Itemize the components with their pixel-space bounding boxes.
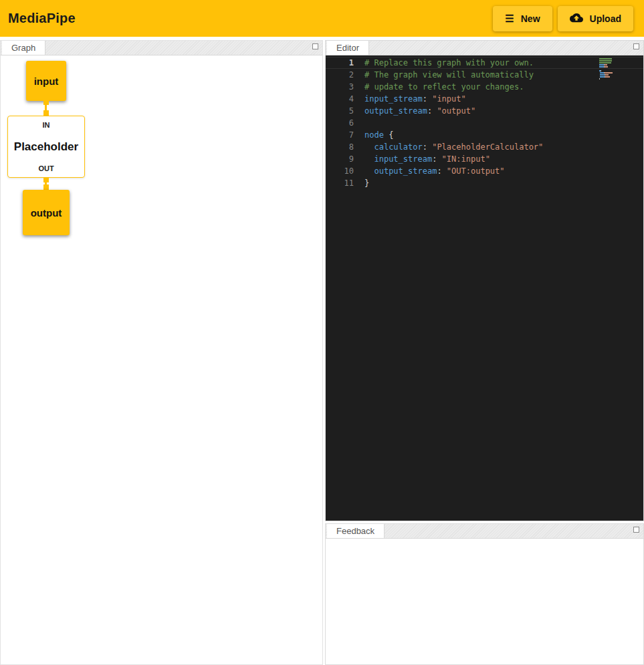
feedback-maximize-icon[interactable] — [633, 527, 639, 533]
new-button-label: New — [521, 13, 540, 24]
graph-node-output[interactable]: output — [23, 190, 70, 235]
node-label: output — [31, 207, 62, 219]
line-number: 1 — [326, 57, 354, 69]
upload-button[interactable]: Upload — [558, 6, 633, 31]
graph-maximize-icon[interactable] — [312, 43, 318, 49]
code-line[interactable]: 6 — [326, 117, 643, 129]
editor-maximize-icon[interactable] — [633, 43, 639, 49]
upload-button-label: Upload — [590, 13, 621, 24]
edge-input-placeholder — [43, 100, 49, 116]
code-line[interactable]: 3# update to reflect your changes. — [326, 81, 643, 93]
line-number: 2 — [326, 69, 354, 81]
edge-endpoint-icon — [43, 110, 49, 116]
tab-editor[interactable]: Editor — [327, 41, 369, 55]
tab-feedback[interactable]: Feedback — [327, 524, 385, 538]
editor-panel-header: Editor — [326, 41, 643, 55]
app-header: MediaPipe ☰ New Upload — [0, 0, 644, 37]
line-number: 11 — [326, 177, 354, 189]
line-number: 4 — [326, 93, 354, 105]
code-line[interactable]: 2# The graph view will automatically — [326, 69, 643, 81]
cloud-upload-icon — [570, 13, 583, 23]
line-number: 3 — [326, 81, 354, 93]
line-number: 6 — [326, 117, 354, 129]
header-actions: ☰ New Upload — [493, 6, 636, 31]
graph-panel: Graph input IN Placeholder OUT — [0, 40, 323, 665]
editor-minimap[interactable] — [599, 58, 634, 80]
line-number: 8 — [326, 141, 354, 153]
new-button[interactable]: ☰ New — [493, 6, 552, 31]
graph-node-input[interactable]: input — [26, 61, 66, 101]
code-line[interactable]: 7node { — [326, 129, 643, 141]
code-line[interactable]: 9 input_stream: "IN:input" — [326, 153, 643, 165]
feedback-panel: Feedback — [325, 523, 644, 665]
code-editor[interactable]: 1# Replace this graph with your own.2# T… — [326, 55, 643, 521]
menu-icon: ☰ — [505, 13, 514, 23]
code-line[interactable]: 11} — [326, 177, 643, 189]
input-port-label: IN — [43, 121, 50, 129]
editor-panel: Editor 1# Replace this graph with your o… — [325, 40, 644, 521]
feedback-panel-header: Feedback — [326, 524, 643, 539]
feedback-content — [326, 539, 643, 664]
line-number: 7 — [326, 129, 354, 141]
app-title: MediaPipe — [8, 11, 76, 26]
editor-code: 1# Replace this graph with your own.2# T… — [326, 57, 643, 189]
line-number: 9 — [326, 153, 354, 165]
line-number: 10 — [326, 165, 354, 177]
node-label: input — [34, 76, 59, 87]
tab-graph[interactable]: Graph — [2, 41, 45, 55]
code-line[interactable]: 4input_stream: "input" — [326, 93, 643, 105]
code-line[interactable]: 5output_stream: "output" — [326, 105, 643, 117]
node-label: Placeholder — [14, 140, 78, 154]
line-number: 5 — [326, 105, 354, 117]
graph-canvas[interactable]: input IN Placeholder OUT output — [1, 55, 322, 664]
code-line[interactable]: 10 output_stream: "OUT:output" — [326, 165, 643, 177]
edge-endpoint-icon — [43, 184, 49, 190]
edge-placeholder-output — [43, 177, 49, 190]
code-line[interactable]: 8 calculator: "PlaceholderCalculator" — [326, 141, 643, 153]
graph-panel-header: Graph — [1, 41, 322, 55]
code-line[interactable]: 1# Replace this graph with your own. — [326, 57, 643, 69]
output-port-label: OUT — [38, 164, 53, 172]
graph-node-placeholder[interactable]: IN Placeholder OUT — [7, 116, 85, 178]
